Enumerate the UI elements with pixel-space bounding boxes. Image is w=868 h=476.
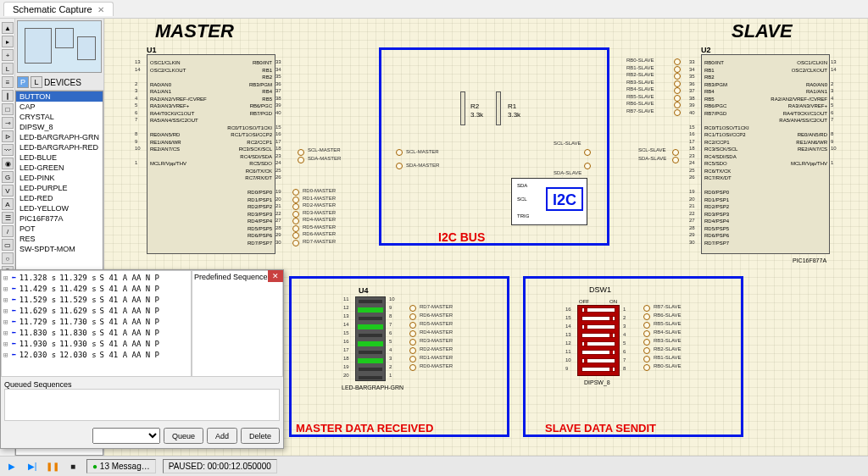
l-button[interactable]: L <box>31 76 42 88</box>
delete-button[interactable]: Delete <box>241 428 280 444</box>
log-row[interactable]: ⊞⬅11.328 s11.329 sS 41 A AA N P <box>3 273 189 284</box>
device-item[interactable]: LED-RED <box>16 193 103 203</box>
terminal-tool-icon[interactable]: ⊸ <box>2 117 14 129</box>
dipsw[interactable] <box>577 305 620 376</box>
device-item[interactable]: PIC16F877A <box>16 213 103 224</box>
u2-ref: U2 <box>701 46 711 54</box>
log-panel: ✕ ⊞⬅11.328 s11.329 sS 41 A AA N P⊞⬅11.42… <box>0 269 284 449</box>
generator-tool-icon[interactable]: G <box>2 171 14 183</box>
device-item[interactable]: SW-SPDT-MOM <box>16 244 103 254</box>
devices-header: P L DEVICES <box>15 75 103 91</box>
selection-tool-icon[interactable]: ▲ <box>2 22 14 34</box>
tab-bar: Schematic Capture ✕ <box>0 0 868 19</box>
device-item[interactable]: LED-BARGRAPH-RED <box>16 142 103 152</box>
device-item[interactable]: LED-PINK <box>16 173 103 183</box>
log-row[interactable]: ⊞⬅11.729 s11.730 sS 41 A AA N P <box>3 317 189 328</box>
log-row[interactable]: ⊞⬅11.830 s11.830 sS 41 A AA N P <box>3 328 189 339</box>
box-tool-icon[interactable]: ▭ <box>2 239 14 251</box>
dsw1-ref: DSW1 <box>589 286 611 293</box>
log-row[interactable]: ⊞⬅11.429 s11.429 sS 41 A AA N P <box>3 284 189 295</box>
predefined-seq-panel: Predefined Sequences <box>192 270 283 377</box>
u1-ref: U1 <box>147 46 157 54</box>
junction-tool-icon[interactable]: + <box>2 49 14 61</box>
device-item[interactable]: POT <box>16 224 103 234</box>
stop-icon[interactable]: ■ <box>66 460 80 473</box>
device-pins-tool-icon[interactable]: ⊳ <box>2 130 14 142</box>
device-item[interactable]: LED-BARGRAPH-GRN <box>16 132 103 142</box>
dsw-on-label: ON <box>609 298 617 305</box>
r1-ref: R1 <box>508 103 516 110</box>
overview-thumbnail[interactable] <box>17 20 102 73</box>
devices-title: DEVICES <box>44 78 81 87</box>
r2-val: 3.3k <box>470 112 483 119</box>
log-row[interactable]: ⊞⬅11.629 s11.629 sS 41 A AA N P <box>3 306 189 317</box>
schematic-tab[interactable]: Schematic Capture ✕ <box>3 2 114 16</box>
circle-tool-icon[interactable]: ○ <box>2 252 14 264</box>
u2-mcu-label: PIC16F877A <box>793 257 826 264</box>
device-item[interactable]: LED-GREEN <box>16 163 103 173</box>
log-row[interactable]: ⊞⬅11.529 s11.529 sS 41 A AA N P <box>3 295 189 306</box>
slave-data-label: SLAVE DATA SENDIT <box>545 422 656 434</box>
scl-master-probe <box>396 149 403 156</box>
slave-data-region <box>523 276 743 437</box>
component-tool-icon[interactable]: ▸ <box>2 36 14 47</box>
log-row[interactable]: ⊞⬅12.030 s12.030 sS 41 A AA N P <box>3 350 189 361</box>
scl-slave-probe <box>584 149 591 156</box>
device-item[interactable]: LED-BLUE <box>16 152 103 163</box>
pause-icon[interactable]: ❚❚ <box>46 460 59 473</box>
queue-area[interactable] <box>4 389 280 421</box>
dsw-caption: DIPSW_8 <box>584 379 610 386</box>
resistor-r2[interactable] <box>460 91 465 125</box>
device-item[interactable]: DIPSW_8 <box>16 122 103 132</box>
resistor-r1[interactable] <box>496 91 501 125</box>
queue-button[interactable]: Queue <box>164 428 203 444</box>
p-button[interactable]: P <box>17 76 29 88</box>
log-list[interactable]: ⊞⬅11.328 s11.329 sS 41 A AA N P⊞⬅11.429 … <box>1 270 192 377</box>
device-item[interactable]: RES <box>16 234 103 244</box>
device-item[interactable]: BUTTON <box>16 91 103 102</box>
r2-ref: R2 <box>470 103 479 110</box>
tape-recorder-tool-icon[interactable]: ◉ <box>2 158 14 169</box>
step-icon[interactable]: ▶| <box>25 460 39 473</box>
i2c-bus-label: I2C BUS <box>438 230 485 244</box>
queue-select[interactable] <box>92 428 160 444</box>
voltage-probe-tool-icon[interactable]: V <box>2 185 14 196</box>
text-script-tool-icon[interactable]: ≡ <box>2 76 14 88</box>
close-icon[interactable]: ✕ <box>97 5 104 14</box>
i2c-module[interactable]: SDA SCL TRIG I2C <box>511 178 587 225</box>
device-item[interactable]: CAP <box>16 102 103 112</box>
queued-seq-panel: Queued Sequences <box>1 377 283 424</box>
u4-caption: LED-BARGRAPH-GRN <box>342 385 403 391</box>
subcircuit-tool-icon[interactable]: □ <box>2 103 14 115</box>
play-icon[interactable]: ▶ <box>5 460 19 473</box>
r1-val: 3.3k <box>508 112 520 119</box>
slave-title: SLAVE <box>732 20 793 42</box>
log-close-button[interactable]: ✕ <box>268 270 283 282</box>
add-button[interactable]: Add <box>207 428 237 444</box>
tab-title: Schematic Capture <box>13 4 92 14</box>
master-data-region <box>289 276 509 437</box>
master-title: MASTER <box>155 20 234 42</box>
dsw-off-label: OFF <box>579 298 589 305</box>
log-row[interactable]: ⊞⬅11.930 s11.930 sS 41 A AA N P <box>3 339 189 350</box>
wire-label-tool-icon[interactable]: L <box>2 63 14 75</box>
virtual-instruments-tool-icon[interactable]: ☰ <box>2 212 14 224</box>
paused-status: PAUSED: 00:00:12.050000 <box>163 459 277 473</box>
status-bar: ▶ ▶| ❚❚ ■ ● 13 Messag… PAUSED: 00:00:12.… <box>0 456 868 476</box>
i2c-logo: I2C <box>546 187 583 211</box>
graph-tool-icon[interactable]: 〰 <box>2 144 14 156</box>
messages-status[interactable]: ● 13 Messag… <box>86 459 156 473</box>
device-item[interactable]: CRYSTAL <box>16 112 103 122</box>
sda-slave-probe <box>584 163 591 169</box>
device-item[interactable]: LED-YELLOW <box>16 203 103 213</box>
bargraph-u4[interactable] <box>355 296 386 381</box>
bus-tool-icon[interactable]: ∥ <box>2 90 14 102</box>
line-tool-icon[interactable]: / <box>2 225 14 237</box>
current-probe-tool-icon[interactable]: A <box>2 198 14 210</box>
u4-ref: U4 <box>359 286 369 295</box>
master-data-label: MASTER DATA RECEIVED <box>296 422 433 434</box>
sda-master-probe <box>396 163 403 169</box>
device-item[interactable]: LED-PURPLE <box>16 183 103 193</box>
